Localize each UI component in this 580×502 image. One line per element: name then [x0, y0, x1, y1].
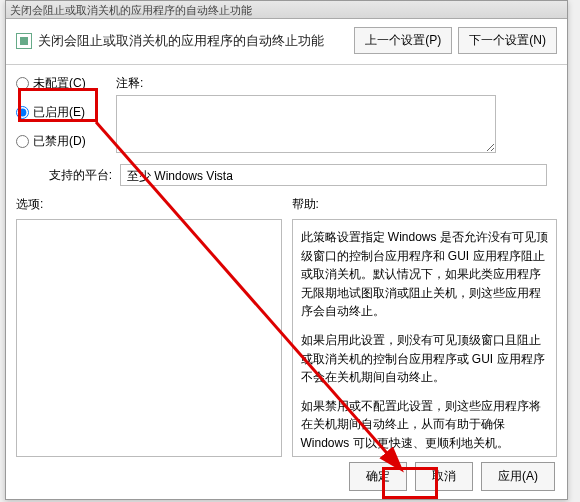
prev-setting-button[interactable]: 上一个设置(P) — [354, 27, 452, 54]
radio-enabled[interactable]: 已启用(E) — [16, 104, 106, 121]
next-setting-button[interactable]: 下一个设置(N) — [458, 27, 557, 54]
ok-button[interactable]: 确定 — [349, 462, 407, 491]
footer: 确定 取消 应用(A) — [349, 462, 555, 491]
help-paragraph-1: 此策略设置指定 Windows 是否允许没有可见顶级窗口的控制台应用程序和 GU… — [301, 228, 549, 321]
radio-enabled-label: 已启用(E) — [33, 104, 85, 121]
policy-icon — [16, 33, 32, 49]
help-box[interactable]: 此策略设置指定 Windows 是否允许没有可见顶级窗口的控制台应用程序和 GU… — [292, 219, 558, 457]
notes-label: 注释: — [116, 75, 557, 92]
titlebar-text: 关闭会阻止或取消关机的应用程序的自动终止功能 — [10, 4, 252, 16]
help-paragraph-2: 如果启用此设置，则没有可见顶级窗口且阻止或取消关机的控制台应用程序或 GUI 应… — [301, 331, 549, 387]
lower-section: 选项: 帮助: 此策略设置指定 Windows 是否允许没有可见顶级窗口的控制台… — [6, 186, 567, 457]
radio-not-configured-label: 未配置(C) — [33, 75, 86, 92]
state-radio-group: 未配置(C) 已启用(E) 已禁用(D) — [16, 75, 106, 162]
help-paragraph-3: 如果禁用或不配置此设置，则这些应用程序将在关机期间自动终止，从而有助于确保 Wi… — [301, 397, 549, 453]
cancel-button[interactable]: 取消 — [415, 462, 473, 491]
options-box — [16, 219, 282, 457]
radio-not-configured-input[interactable] — [16, 77, 29, 90]
radio-not-configured[interactable]: 未配置(C) — [16, 75, 106, 92]
policy-editor-window: 关闭会阻止或取消关机的应用程序的自动终止功能 关闭会阻止或取消关机的应用程序的自… — [5, 0, 568, 500]
platform-row: 支持的平台: 至少 Windows Vista — [16, 164, 557, 186]
notes-textarea[interactable] — [116, 95, 496, 153]
options-column: 选项: — [16, 196, 282, 457]
radio-disabled-label: 已禁用(D) — [33, 133, 86, 150]
window-titlebar: 关闭会阻止或取消关机的应用程序的自动终止功能 — [6, 1, 567, 19]
notes-area: 注释: — [116, 75, 557, 156]
radio-disabled[interactable]: 已禁用(D) — [16, 133, 106, 150]
help-column: 帮助: 此策略设置指定 Windows 是否允许没有可见顶级窗口的控制台应用程序… — [292, 196, 558, 457]
platform-label: 支持的平台: — [20, 167, 112, 184]
header: 关闭会阻止或取消关机的应用程序的自动终止功能 上一个设置(P) 下一个设置(N) — [6, 19, 567, 65]
radio-enabled-input[interactable] — [16, 106, 29, 119]
apply-button[interactable]: 应用(A) — [481, 462, 555, 491]
platform-value: 至少 Windows Vista — [120, 164, 547, 186]
policy-title: 关闭会阻止或取消关机的应用程序的自动终止功能 — [38, 32, 324, 50]
help-label: 帮助: — [292, 196, 558, 213]
options-label: 选项: — [16, 196, 282, 213]
radio-disabled-input[interactable] — [16, 135, 29, 148]
body: 未配置(C) 已启用(E) 已禁用(D) 注释: 支持的平台: 至少 Windo… — [6, 65, 567, 186]
